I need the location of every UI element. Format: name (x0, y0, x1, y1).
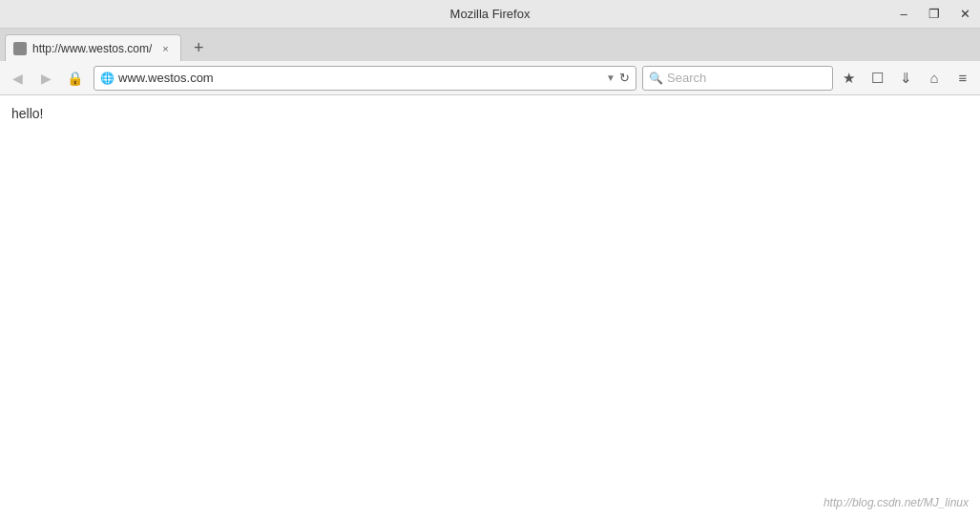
reload-button[interactable]: ↻ (619, 71, 630, 85)
globe-icon: 🌐 (100, 72, 115, 85)
home-button[interactable]: ⌂ (921, 65, 948, 92)
nav-bar: ◀ ▶ 🔒 🌐 www.westos.com ▼ ↻ 🔍 Search ★ ☐ … (0, 61, 980, 95)
search-bar[interactable]: 🔍 Search (642, 66, 833, 91)
search-icon: 🔍 (649, 72, 663, 85)
share-button[interactable]: ☐ (864, 65, 890, 92)
tab-bar: http://www.westos.com/ × + (0, 29, 980, 61)
window-title: Mozilla Firefox (450, 7, 531, 21)
tab-title: http://www.westos.com/ (32, 42, 152, 55)
address-bar[interactable]: 🌐 www.westos.com ▼ ↻ (94, 66, 636, 91)
page-content: hello! http://blog.csdn.net/MJ_linux (0, 95, 980, 517)
window-controls: – ❐ ✕ (888, 0, 980, 28)
tab-close-button[interactable]: × (157, 41, 173, 56)
address-text: www.westos.com (118, 71, 602, 85)
title-bar: Mozilla Firefox – ❐ ✕ (0, 0, 980, 29)
close-button[interactable]: ✕ (949, 0, 980, 29)
back-button[interactable]: ◀ (4, 65, 31, 92)
watermark: http://blog.csdn.net/MJ_linux (824, 496, 969, 509)
search-placeholder: Search (667, 71, 706, 85)
forward-button[interactable]: ▶ (32, 65, 59, 92)
download-button[interactable]: ⇓ (892, 65, 919, 92)
dropdown-arrow-icon: ▼ (606, 72, 615, 83)
page-text: hello! (11, 106, 43, 121)
bookmark-button[interactable]: ★ (835, 65, 862, 92)
tab-favicon (13, 42, 27, 55)
restore-button[interactable]: ❐ (919, 0, 949, 29)
browser-tab[interactable]: http://www.westos.com/ × (5, 34, 181, 61)
new-tab-button[interactable]: + (185, 34, 212, 61)
lock-icon[interactable]: 🔒 (61, 65, 88, 92)
menu-button[interactable]: ≡ (949, 65, 976, 92)
minimize-button[interactable]: – (888, 0, 919, 29)
